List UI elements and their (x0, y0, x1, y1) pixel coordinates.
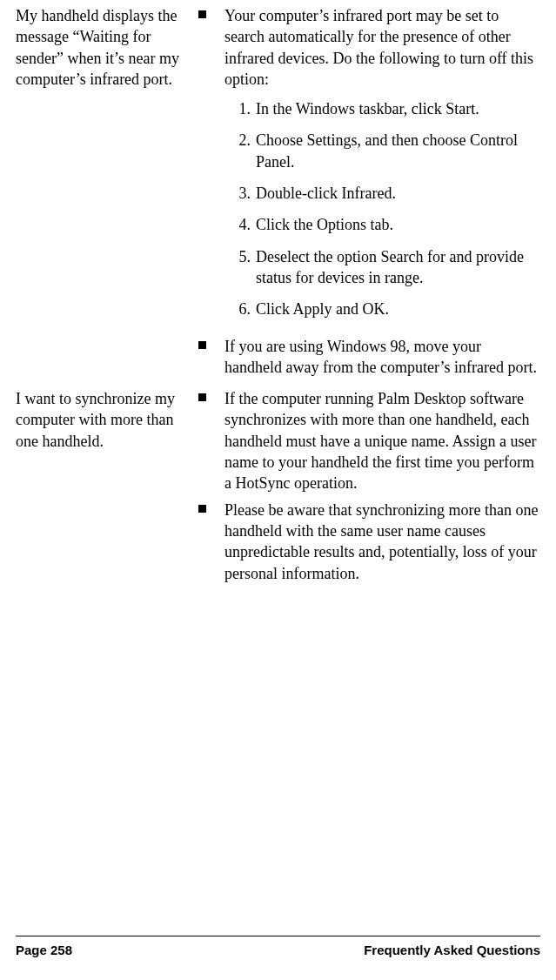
bullet-text: Please be aware that synchronizing more … (224, 500, 540, 584)
square-bullet-icon (198, 5, 224, 18)
step-number: 4. (237, 214, 256, 235)
step-number: 5. (237, 246, 256, 267)
question-text: My handheld displays the message “Waitin… (16, 5, 198, 90)
bullet-text: If the computer running Palm Desktop sof… (224, 388, 540, 493)
step-number: 1. (237, 98, 256, 119)
step-number: 3. (237, 183, 256, 204)
numbered-list: 1.In the Windows taskbar, click Start. 2… (224, 98, 540, 319)
step-text: In the Windows taskbar, click Start. (256, 98, 540, 119)
bullet-text: Your computer’s infrared port may be set… (224, 5, 540, 331)
square-bullet-icon (198, 500, 224, 513)
bullet-item: If the computer running Palm Desktop sof… (198, 388, 540, 493)
answer-block: Your computer’s infrared port may be set… (198, 5, 540, 383)
question-text: I want to synchronize my computer with m… (16, 388, 198, 452)
list-item: 2.Choose Settings, and then choose Contr… (237, 130, 540, 172)
square-bullet-icon (198, 388, 224, 401)
footer-rule (16, 936, 540, 936)
step-text: Click the Options tab. (256, 214, 540, 235)
bullet-item: Your computer’s infrared port may be set… (198, 5, 540, 331)
page-footer: Page 258 Frequently Asked Questions (16, 936, 540, 959)
bullet-item: Please be aware that synchronizing more … (198, 500, 540, 584)
page-content: My handheld displays the message “Waitin… (16, 0, 540, 589)
square-bullet-icon (198, 336, 224, 349)
list-item: 3.Double-click Infrared. (237, 183, 540, 204)
list-item: 6.Click Apply and OK. (237, 299, 540, 319)
step-text: Deselect the option Search for and provi… (256, 246, 540, 289)
footer-line: Page 258 Frequently Asked Questions (16, 942, 540, 959)
bullet-item: If you are using Windows 98, move your h… (198, 336, 540, 379)
step-text: Choose Settings, and then choose Control… (256, 130, 540, 172)
section-title: Frequently Asked Questions (364, 942, 540, 959)
step-number: 2. (237, 130, 256, 151)
page-number: Page 258 (16, 942, 72, 959)
list-item: 1.In the Windows taskbar, click Start. (237, 98, 540, 119)
list-item: 5.Deselect the option Search for and pro… (237, 246, 540, 289)
bullet-paragraph: Your computer’s infrared port may be set… (224, 7, 533, 88)
bullet-text: If you are using Windows 98, move your h… (224, 336, 540, 379)
step-text: Click Apply and OK. (256, 299, 540, 319)
list-item: 4.Click the Options tab. (237, 214, 540, 235)
step-text: Double-click Infrared. (256, 183, 540, 204)
qa-row: My handheld displays the message “Waitin… (16, 5, 540, 383)
qa-row: I want to synchronize my computer with m… (16, 388, 540, 589)
answer-block: If the computer running Palm Desktop sof… (198, 388, 540, 589)
step-number: 6. (237, 299, 256, 319)
